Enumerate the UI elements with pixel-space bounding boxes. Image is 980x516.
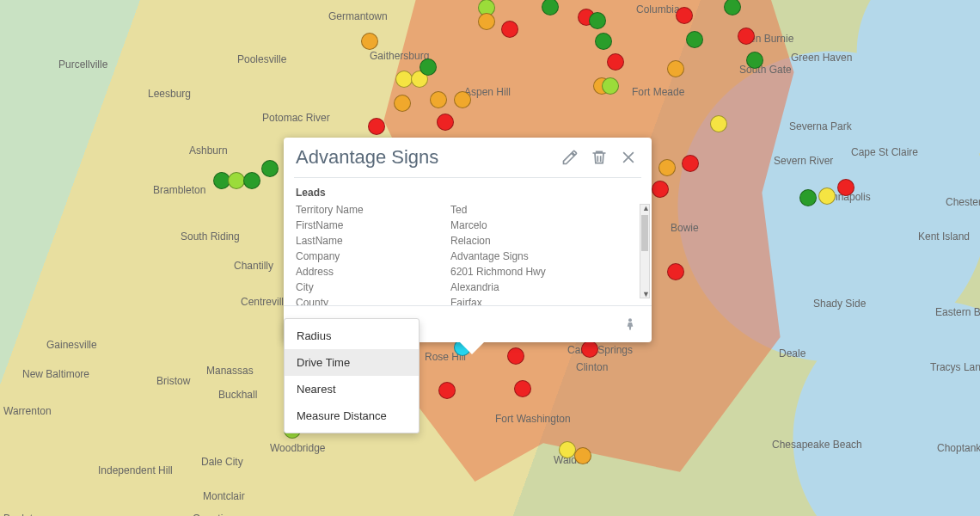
detail-scroll[interactable]: Territory NameTedFirstNameMarceloLastNam… [284,202,652,305]
tools-dropdown: RadiusDrive TimeNearestMeasure Distance [284,318,420,433]
close-icon[interactable] [617,146,640,169]
city-label: Chester [946,196,980,208]
map-marker[interactable] [430,91,447,108]
map-marker[interactable] [507,347,524,365]
map-marker[interactable] [818,187,836,205]
map-marker[interactable] [607,53,624,71]
city-label: Centreville [241,296,290,308]
city-label: Montclair [203,490,245,502]
detail-key: Territory Name [296,202,450,218]
city-label: Manassas [206,365,254,377]
map-marker[interactable] [454,91,471,108]
edit-icon[interactable] [559,146,581,169]
city-label: Severn River [774,155,833,167]
scrollbar[interactable]: ▲ ▼ [640,204,650,298]
city-label: Kent Island [918,230,970,243]
map-marker[interactable] [368,118,385,135]
city-label: Green Haven [791,52,852,64]
map-marker[interactable] [574,447,591,464]
detail-row: Territory NameTed [296,202,640,218]
map-marker[interactable] [261,160,279,177]
city-label: Chesapeake Beach [772,439,862,451]
city-label: Poolesville [237,53,286,65]
city-label: Eastern Bay [935,306,980,318]
map-marker[interactable] [559,441,576,458]
city-label: Choptank [937,442,980,454]
map-marker[interactable] [837,179,854,196]
map-marker[interactable] [228,172,245,189]
city-label: Warrenton [3,405,52,417]
map-marker[interactable] [676,7,693,24]
detail-row: CompanyAdvantage Signs [296,249,640,264]
tools-menu-item[interactable]: Measure Distance [285,402,419,429]
detail-row: Address6201 Richmond Hwy [296,264,640,280]
city-label: Chantilly [234,260,273,272]
city-label: Buckhall [218,389,257,401]
tools-menu-item[interactable]: Radius [285,322,419,349]
detail-value: Alexandria [450,280,640,295]
city-label: Bealeton [3,513,44,516]
map-marker[interactable] [652,181,669,198]
city-label: Shady Side [813,298,866,310]
map-marker[interactable] [501,21,518,38]
location-popup: Advantage Signs Leads Territory NameTedF… [284,138,652,342]
map-marker[interactable] [738,28,755,45]
map-marker[interactable] [243,172,260,189]
popup-header: Advantage Signs [284,138,652,174]
map-marker[interactable] [395,71,413,88]
map-marker[interactable] [394,95,411,112]
map-marker[interactable] [746,52,763,69]
map-marker[interactable] [438,382,456,399]
trash-icon[interactable] [588,146,610,169]
city-label: Cape St Claire [851,146,918,158]
map-marker[interactable] [514,380,531,397]
detail-key: Address [296,264,450,280]
map-marker[interactable] [682,155,699,172]
city-label: Independent Hill [98,464,173,476]
streetview-icon[interactable] [619,313,641,335]
city-label: New Baltimore [22,368,89,380]
city-label: Purcellville [58,58,107,71]
map-marker[interactable] [361,33,378,50]
scroll-thumb[interactable] [641,215,648,251]
map-marker[interactable] [581,341,598,358]
city-label: Leesburg [148,88,191,100]
map-canvas[interactable]: PurcellvilleLeesburgPoolesvilleGermantow… [0,0,980,516]
city-label: Deale [779,347,805,359]
detail-value: Marcelo [450,218,640,233]
map-marker[interactable] [667,60,684,77]
city-label: Potomac River [262,112,330,124]
city-label: Tracys Landing [930,361,980,373]
map-marker[interactable] [437,114,454,131]
tools-menu-item[interactable]: Drive Time [285,349,419,376]
city-label: Woodbridge [270,442,326,454]
detail-key: FirstName [296,218,450,233]
map-marker[interactable] [799,189,817,206]
detail-key: County [296,295,450,305]
map-marker[interactable] [589,12,606,29]
detail-key: LastName [296,233,450,249]
map-marker[interactable] [595,33,612,50]
detail-row: CountyFairfax [296,295,640,305]
tools-menu-item[interactable]: Nearest [285,376,419,402]
scroll-up-icon[interactable]: ▲ [642,204,650,212]
detail-key: Company [296,249,450,264]
detail-value: 6201 Richmond Hwy [450,264,640,280]
detail-row: LastNameRelacion [296,233,640,249]
map-marker[interactable] [658,159,676,176]
scroll-down-icon[interactable]: ▼ [642,290,650,298]
city-label: Brambleton [153,184,205,196]
map-marker[interactable] [420,58,437,76]
city-label: Dale City [201,456,243,468]
popup-title: Advantage Signs [296,146,559,169]
map-marker[interactable] [710,115,727,132]
detail-value: Fairfax [450,295,640,305]
svg-point-1 [628,318,632,322]
detail-value: Relacion [450,233,640,249]
map-marker[interactable] [686,31,703,48]
section-label: Leads [284,178,652,202]
map-marker[interactable] [602,77,619,95]
map-marker[interactable] [667,263,684,280]
detail-key: City [296,280,450,295]
map-marker[interactable] [478,13,495,30]
